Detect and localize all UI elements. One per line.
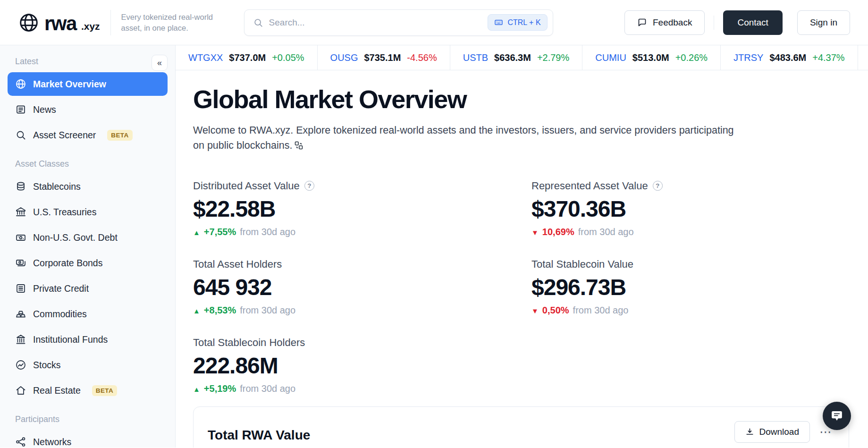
search-input[interactable] <box>269 17 482 28</box>
globe-logo-icon <box>18 12 40 34</box>
ticker-item[interactable]: F <box>858 45 868 70</box>
ticker-item[interactable]: JTRSY$483.6M+4.37% <box>721 45 858 70</box>
logo[interactable]: rwa .xyz <box>18 12 100 34</box>
ticker-value: $513.0M <box>632 52 669 63</box>
stat-change: ▲ +7,55% from 30d ago <box>193 227 531 237</box>
stat-block: Represented Asset Value ? $370.36B ▼ 10,… <box>531 180 849 237</box>
sidebar-item-news[interactable]: News <box>8 98 168 121</box>
ticker-bar: WTGXX$737.0M+0.05%OUSG$735.1M-4.56%USTB$… <box>176 45 868 70</box>
ticker-symbol: JTRSY <box>733 52 763 63</box>
up-arrow-icon: ▲ <box>193 307 200 315</box>
sidebar-item-market-overview[interactable]: Market Overview <box>8 72 168 96</box>
stat-label: Total Asset Holders <box>193 258 531 270</box>
search-bar[interactable]: CTRL + K <box>244 9 553 36</box>
sidebar-item-u-s-treasuries[interactable]: U.S. Treasuries <box>8 200 168 224</box>
intro-text-span: Welcome to RWA.xyz. Explore tokenized re… <box>193 125 734 151</box>
globe-icon <box>15 78 26 90</box>
card-header: Total RWA Value Download ⋯ <box>208 421 834 443</box>
ticker-symbol: OUSG <box>330 52 358 63</box>
ticker-symbol: USTB <box>463 52 488 63</box>
up-arrow-icon: ▲ <box>193 385 200 393</box>
contact-button[interactable]: Contact <box>723 10 782 35</box>
stat-value: $296.73B <box>531 274 849 300</box>
ticker-item[interactable]: USTB$636.3M+2.79% <box>450 45 583 70</box>
stats-grid: Distributed Asset Value ? $22.58B ▲ +7,5… <box>193 180 849 394</box>
bank-icon <box>15 206 26 218</box>
stat-value: $22.58B <box>193 196 531 222</box>
card-title: Total RWA Value <box>208 428 310 443</box>
search-icon <box>15 129 26 141</box>
brand-suffix: .xyz <box>81 21 100 34</box>
commodities-icon <box>15 308 26 320</box>
down-arrow-icon: ▼ <box>531 228 539 237</box>
sidebar-item-networks[interactable]: Networks <box>8 430 168 448</box>
stat-change-period: from 30d ago <box>240 305 295 316</box>
download-button[interactable]: Download <box>734 421 810 443</box>
sidebar-item-label: Real Estate <box>33 385 81 396</box>
rwa-app: rwa .xyz Every tokenized real-world asse… <box>0 0 868 448</box>
stat-block: Total Asset Holders 645 932 ▲ +8,53% fro… <box>193 258 531 316</box>
coins-icon <box>15 181 26 192</box>
news-icon <box>15 104 26 115</box>
stat-change: ▼ 10,69% from 30d ago <box>531 227 849 237</box>
sidebar-item-label: Asset Screener <box>33 130 96 141</box>
help-icon[interactable]: ? <box>653 181 663 191</box>
sidebar-item-commodities[interactable]: Commodities <box>8 302 168 326</box>
header-divider <box>110 10 111 35</box>
institution-icon <box>15 334 26 345</box>
card-actions: Download ⋯ <box>734 421 835 443</box>
ticker-change: +0.05% <box>272 52 304 63</box>
ticker-symbol: CUMIU <box>595 52 626 63</box>
stat-block: Total Stablecoin Holders 222.86M ▲ +5,19… <box>193 337 531 394</box>
stat-label: Total Stablecoin Holders <box>193 337 531 349</box>
sidebar-item-institutional-funds[interactable]: Institutional Funds <box>8 328 168 351</box>
ticker-change: +4.37% <box>812 52 844 63</box>
sidebar-item-stablecoins[interactable]: Stablecoins <box>8 175 168 198</box>
sidebar-item-corporate-bonds[interactable]: Corporate Bonds <box>8 251 168 275</box>
banknote-icon <box>15 232 26 243</box>
sidebar-section-label: Participants <box>15 414 164 424</box>
chat-launcher-button[interactable] <box>823 402 851 430</box>
tagline: Every tokenized real-world asset, in one… <box>121 12 229 33</box>
ticker-change: +2.79% <box>537 52 569 63</box>
network-icon <box>15 436 26 448</box>
help-icon[interactable]: ? <box>304 181 314 191</box>
stat-change: ▼ 0,50% from 30d ago <box>531 305 849 316</box>
chat-launcher-icon <box>830 409 843 423</box>
download-icon <box>745 427 754 436</box>
page-title: Global Market Overview <box>193 85 849 114</box>
sidebar-collapse-button[interactable]: « <box>152 55 168 71</box>
ticker-symbol: WTGXX <box>188 52 223 63</box>
stat-change-period: from 30d ago <box>240 383 295 394</box>
ticker-item[interactable]: CUMIU$513.0M+0.26% <box>582 45 721 70</box>
sign-in-button[interactable]: Sign in <box>797 10 850 35</box>
stat-block: Distributed Asset Value ? $22.58B ▲ +7,5… <box>193 180 531 237</box>
ticker-change: +0.26% <box>675 52 708 63</box>
ticker-value: $737.0M <box>229 52 266 63</box>
stat-value: 222.86M <box>193 353 531 379</box>
sidebar-item-real-estate[interactable]: Real EstateBETA <box>8 379 168 402</box>
bond-icon <box>15 257 26 269</box>
sidebar-item-asset-screener[interactable]: Asset ScreenerBETA <box>8 123 168 147</box>
stat-value: 645 932 <box>193 274 531 300</box>
sidebar-item-stocks[interactable]: Stocks <box>8 353 168 377</box>
sidebar-item-non-u-s-govt-debt[interactable]: Non-U.S. Govt. Debt <box>8 226 168 249</box>
main-content: Global Market Overview Welcome to RWA.xy… <box>176 70 868 448</box>
top-header: rwa .xyz Every tokenized real-world asse… <box>0 0 868 45</box>
ledger-icon <box>15 283 26 294</box>
stocks-icon <box>15 359 26 371</box>
sidebar-item-label: Private Credit <box>33 283 89 294</box>
blockchain-icon <box>294 140 303 149</box>
beta-badge: BETA <box>92 385 117 396</box>
sidebar-section-label: Asset Classes <box>15 159 164 169</box>
stat-value: $370.36B <box>531 196 849 222</box>
stat-change-period: from 30d ago <box>240 227 295 237</box>
feedback-button[interactable]: Feedback <box>624 10 705 35</box>
ticker-item[interactable]: WTGXX$737.0M+0.05% <box>176 45 318 70</box>
sidebar-item-private-credit[interactable]: Private Credit <box>8 277 168 300</box>
ticker-value: $483.6M <box>769 52 806 63</box>
header-actions: Feedback Contact Sign in <box>624 10 850 35</box>
main-column: WTGXX$737.0M+0.05%OUSG$735.1M-4.56%USTB$… <box>176 45 868 448</box>
ticker-item[interactable]: OUSG$735.1M-4.56% <box>318 45 450 70</box>
chat-bubble-icon <box>637 17 647 27</box>
